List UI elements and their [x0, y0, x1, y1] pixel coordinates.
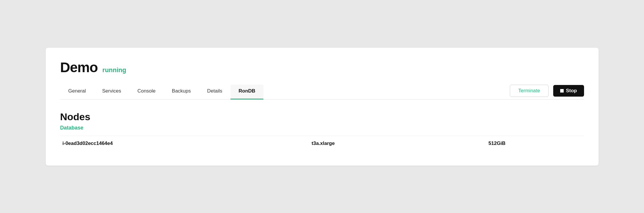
- stop-icon: [560, 89, 564, 93]
- nav-row: General Services Console Backups Details…: [60, 85, 584, 100]
- tab-rondb[interactable]: RonDB: [230, 85, 264, 100]
- tab-console[interactable]: Console: [129, 85, 164, 100]
- category-label: Database: [60, 125, 584, 131]
- nav-actions: Terminate Stop: [510, 85, 584, 99]
- tab-general[interactable]: General: [60, 85, 94, 100]
- app-title: Demo: [60, 59, 98, 75]
- tab-details[interactable]: Details: [199, 85, 230, 100]
- tab-backups[interactable]: Backups: [164, 85, 199, 100]
- node-id: i-0ead3d02ecc1464e4: [60, 141, 236, 146]
- header-row: Demo running: [60, 59, 584, 75]
- status-badge: running: [102, 66, 126, 74]
- stop-label: Stop: [566, 88, 577, 94]
- table-row: i-0ead3d02ecc1464e4 t3a.xlarge 512GiB: [60, 136, 584, 151]
- stop-button[interactable]: Stop: [553, 85, 584, 97]
- nodes-section: Nodes Database i-0ead3d02ecc1464e4 t3a.x…: [60, 111, 584, 151]
- node-instance-type: t3a.xlarge: [236, 141, 410, 146]
- terminate-button[interactable]: Terminate: [510, 85, 549, 97]
- tab-services[interactable]: Services: [94, 85, 129, 100]
- main-card: Demo running General Services Console Ba…: [46, 48, 599, 166]
- section-title: Nodes: [60, 111, 584, 123]
- node-storage: 512GiB: [410, 141, 584, 146]
- nav-tabs: General Services Console Backups Details…: [60, 85, 510, 99]
